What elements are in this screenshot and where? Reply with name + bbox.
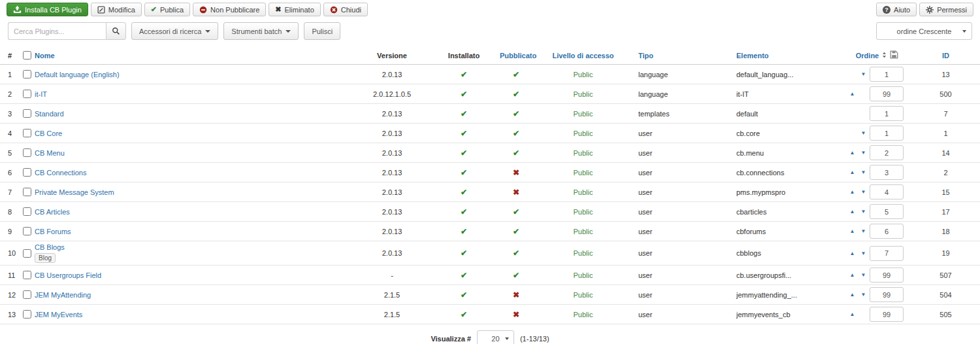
element-cell: cbblogs: [728, 241, 843, 266]
move-up-icon[interactable]: ▲: [847, 91, 857, 97]
check-icon: ✔: [151, 5, 157, 14]
row-checkbox[interactable]: [23, 310, 31, 318]
move-up-icon[interactable]: ▲: [847, 272, 857, 278]
row-checkbox[interactable]: [23, 70, 31, 78]
trash-button[interactable]: ✖ Eliminato: [269, 3, 320, 16]
move-up-icon[interactable]: ▲: [847, 250, 857, 256]
move-up-icon[interactable]: ▲: [847, 189, 857, 195]
plugin-badge[interactable]: Blog: [35, 253, 56, 263]
permissions-button[interactable]: Permessi: [919, 3, 973, 16]
move-down-icon[interactable]: ▼: [858, 130, 868, 136]
plugin-name-link[interactable]: JEM MyAttending: [35, 291, 91, 299]
plugin-name-link[interactable]: JEM MyEvents: [35, 311, 82, 318]
order-input[interactable]: [870, 267, 904, 283]
batch-tools-button[interactable]: Strumenti batch: [223, 22, 299, 40]
move-up-icon[interactable]: ▲: [847, 169, 857, 175]
search-button[interactable]: [106, 22, 126, 40]
plugin-name-link[interactable]: CB Articles: [35, 208, 70, 216]
move-down-icon[interactable]: ▼: [858, 150, 868, 156]
published-state-icon[interactable]: ✔: [513, 227, 519, 236]
plugin-name-link[interactable]: CB Usergroups Field: [35, 271, 101, 279]
published-state-icon[interactable]: ✔: [513, 109, 519, 118]
order-input[interactable]: [870, 145, 904, 160]
order-input[interactable]: [870, 307, 904, 322]
order-input[interactable]: [870, 126, 904, 141]
published-state-icon[interactable]: ✔: [513, 90, 519, 99]
row-checkbox[interactable]: [23, 129, 31, 137]
row-checkbox[interactable]: [23, 109, 31, 118]
plugin-name-link[interactable]: Standard: [35, 110, 64, 118]
move-down-icon[interactable]: ▼: [858, 169, 868, 175]
plugin-name-link[interactable]: Default language (English): [35, 71, 120, 78]
save-order-icon[interactable]: [890, 50, 898, 60]
published-state-icon[interactable]: ✖: [513, 290, 519, 300]
published-state-icon[interactable]: ✔: [513, 249, 519, 258]
row-checkbox[interactable]: [23, 249, 31, 258]
order-input[interactable]: [870, 165, 904, 180]
move-down-icon[interactable]: ▼: [858, 272, 868, 278]
search-input[interactable]: [8, 22, 106, 40]
search-tools-button[interactable]: Accessori di ricerca: [131, 22, 218, 40]
row-checkbox[interactable]: [23, 168, 31, 177]
order-input[interactable]: [870, 67, 904, 82]
published-state-icon[interactable]: ✖: [513, 310, 519, 319]
move-up-icon[interactable]: ▲: [847, 311, 857, 317]
unpublish-button-label: Non Pubblicare: [210, 6, 259, 14]
published-state-icon[interactable]: ✔: [513, 129, 519, 138]
order-input[interactable]: [870, 204, 904, 219]
publish-button[interactable]: ✔ Publica: [144, 3, 190, 16]
published-state-icon[interactable]: ✔: [513, 70, 519, 79]
help-button[interactable]: ? Aiuto: [876, 3, 917, 16]
clear-button[interactable]: Pulisci: [304, 22, 340, 40]
move-down-icon[interactable]: ▼: [858, 250, 868, 256]
move-up-icon[interactable]: ▲: [847, 209, 857, 215]
row-checkbox[interactable]: [23, 207, 31, 216]
plugin-name-link[interactable]: CB Blogs: [35, 243, 65, 251]
edit-button[interactable]: Modifica: [91, 3, 142, 16]
published-state-icon[interactable]: ✖: [513, 188, 519, 197]
plugin-name-link[interactable]: CB Connections: [35, 169, 87, 177]
chevron-down-icon: [286, 30, 291, 33]
col-header-versione: Versione: [353, 46, 431, 65]
row-number: 4: [0, 124, 20, 143]
element-cell: cb.connections: [728, 163, 843, 182]
row-checkbox[interactable]: [23, 271, 31, 279]
type-cell: user: [630, 266, 728, 285]
move-down-icon[interactable]: ▼: [858, 209, 868, 215]
page-size-select[interactable]: 20: [477, 330, 514, 344]
plugin-name-link[interactable]: Private Message System: [35, 188, 114, 196]
move-up-icon[interactable]: ▲: [847, 292, 857, 298]
row-checkbox[interactable]: [23, 290, 31, 299]
published-state-icon[interactable]: ✖: [513, 168, 519, 177]
move-down-icon[interactable]: ▼: [858, 292, 868, 298]
plugin-name-link[interactable]: CB Core: [35, 129, 62, 137]
move-down-icon[interactable]: ▼: [858, 228, 868, 234]
order-input[interactable]: [870, 224, 904, 239]
install-cb-plugin-button[interactable]: Installa CB Plugin: [7, 3, 88, 16]
order-input[interactable]: [870, 106, 904, 121]
order-input[interactable]: [870, 184, 904, 199]
installed-cell: ✔: [431, 266, 497, 285]
unpublish-button[interactable]: Non Pubblicare: [193, 3, 266, 16]
order-direction-select[interactable]: ordine Crescente: [876, 22, 972, 40]
row-checkbox[interactable]: [23, 90, 31, 98]
published-state-icon[interactable]: ✔: [513, 207, 519, 216]
plugin-name-link[interactable]: CB Forums: [35, 228, 71, 235]
move-up-icon[interactable]: ▲: [847, 150, 857, 156]
published-state-icon[interactable]: ✔: [513, 271, 519, 280]
published-state-icon[interactable]: ✔: [513, 148, 519, 158]
move-down-icon[interactable]: ▼: [858, 71, 868, 77]
plugin-name-link[interactable]: it-IT: [35, 90, 47, 98]
move-down-icon[interactable]: ▼: [858, 189, 868, 195]
row-checkbox[interactable]: [23, 188, 31, 196]
order-input[interactable]: [870, 86, 904, 101]
select-all-checkbox[interactable]: [23, 51, 31, 60]
move-up-icon[interactable]: ▲: [847, 228, 857, 234]
row-checkbox[interactable]: [23, 148, 31, 157]
plugin-name-link[interactable]: CB Menu: [35, 149, 65, 157]
order-input[interactable]: [870, 287, 904, 302]
row-checkbox[interactable]: [23, 227, 31, 235]
sort-icon[interactable]: [881, 51, 887, 60]
order-input[interactable]: [870, 246, 904, 261]
close-button[interactable]: Chiudi: [323, 3, 368, 16]
